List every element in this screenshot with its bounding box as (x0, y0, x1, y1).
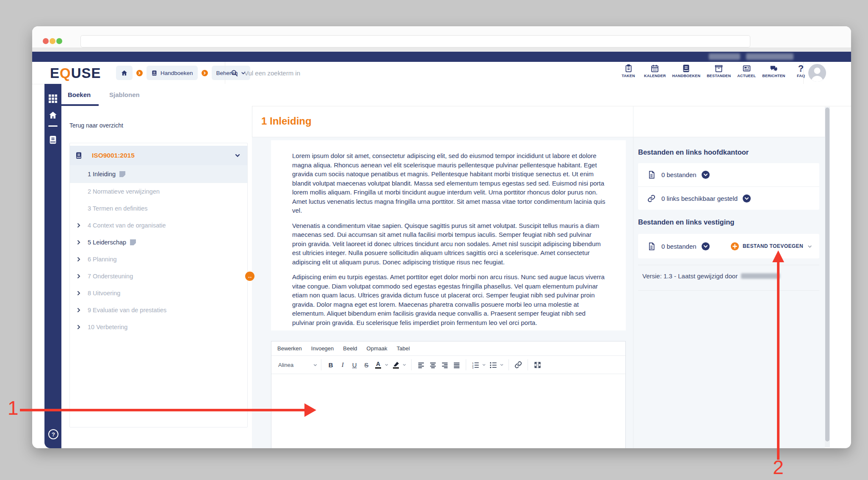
align-center-button[interactable] (427, 359, 438, 371)
nav-kalender[interactable]: KALENDER (644, 64, 666, 78)
nav-taken[interactable]: TAKEN (619, 64, 638, 78)
nav-label: ACTUEEL (737, 74, 756, 78)
newspaper-icon (742, 64, 751, 73)
paragraph-format-select[interactable]: Alinea (276, 362, 318, 368)
text-color-button[interactable]: A (373, 359, 384, 371)
menu-invoegen[interactable]: Invoegen (311, 345, 334, 352)
breadcrumb-chevron-icon (202, 70, 208, 76)
tree-item-label: 7 Ondersteuning (88, 273, 133, 280)
chevron-right-icon[interactable] (70, 291, 88, 296)
breadcrumb-home[interactable] (116, 66, 133, 80)
hq-files-row[interactable]: 0 bestanden (638, 163, 819, 186)
nav-label: HANDBOEKEN (672, 74, 701, 78)
browser-url-bar[interactable] (80, 35, 750, 47)
browser-chrome (32, 26, 851, 47)
add-file-button[interactable]: BESTAND TOEVOEGEN (731, 234, 813, 258)
tree-item-10[interactable]: 10 Verbetering (70, 319, 247, 336)
apps-grid-icon[interactable] (48, 94, 58, 103)
chevron-down-icon[interactable] (500, 363, 504, 367)
tree-item-5[interactable]: 5 Leiderschap (70, 234, 247, 251)
logo-letter-q: Q (60, 65, 71, 81)
app-logo[interactable]: EQUSE (50, 65, 101, 81)
italic-button[interactable]: I (337, 359, 348, 371)
panel-resize-handle[interactable]: ↔ (245, 272, 254, 281)
help-icon[interactable]: ? (48, 429, 58, 439)
note-icon (119, 171, 125, 177)
nav-actueel[interactable]: ACTUEEL (737, 64, 756, 78)
tree-item-9[interactable]: 9 Evaluatie van de prestaties (70, 302, 247, 319)
editor-menubar: Bewerken Invoegen Beeld Opmaak Tabel (271, 341, 625, 356)
tree-item-1-inleiding[interactable]: 1 Inleiding (70, 165, 247, 183)
home-icon[interactable] (48, 111, 58, 120)
links-count-label: 0 links beschikbaar gesteld (661, 195, 738, 202)
tree-book-row[interactable]: ISO9001:2015 (70, 146, 247, 165)
chevron-down-icon[interactable] (384, 363, 389, 367)
menu-beeld[interactable]: Beeld (343, 345, 357, 352)
tree-item-2[interactable]: 2 Normatieve verwijzingen (70, 183, 247, 200)
nav-handboeken[interactable]: HANDBOEKEN (672, 64, 701, 78)
tree-item-label: 5 Leiderschap (88, 239, 126, 246)
bold-button[interactable]: B (325, 359, 336, 371)
tree-item-3[interactable]: 3 Termen en definities (70, 200, 247, 217)
window-close-button[interactable] (43, 38, 49, 44)
tree-item-7[interactable]: 7 Ondersteuning (70, 268, 247, 285)
handbook-icon[interactable] (48, 135, 58, 144)
menu-tabel[interactable]: Tabel (397, 345, 410, 352)
scrollbar-thumb[interactable] (825, 108, 829, 441)
insert-link-button[interactable] (513, 359, 524, 371)
chevron-right-icon[interactable] (70, 325, 88, 330)
panel-divider-line (638, 290, 819, 291)
numbered-list-button[interactable]: 123 (470, 359, 481, 371)
window-minimize-button[interactable] (50, 38, 55, 44)
tree-item-8[interactable]: 8 Uitvoering (70, 285, 247, 302)
strikethrough-button[interactable]: S (361, 359, 372, 371)
bullet-list-button[interactable] (488, 359, 499, 371)
menu-bewerken[interactable]: Bewerken (277, 345, 302, 352)
back-to-overview-link[interactable]: Terug naar overzicht (69, 122, 123, 129)
search-input[interactable] (243, 69, 423, 77)
annotation-arrow-2-head (772, 250, 784, 262)
chevron-right-icon[interactable] (70, 240, 88, 245)
chevron-right-icon[interactable] (70, 308, 88, 313)
user-avatar[interactable] (808, 64, 826, 82)
annotation-label-2: 2 (770, 456, 787, 479)
chevron-right-icon[interactable] (70, 274, 88, 279)
files-count-label: 0 bestanden (661, 171, 697, 178)
toolbar-separator (509, 359, 509, 370)
tab-boeken[interactable]: Boeken (68, 91, 91, 98)
tab-bar: Boeken Sjablonen (61, 84, 851, 106)
chevron-down-icon (807, 244, 813, 249)
toolbar-separator (466, 359, 466, 370)
nav-faq[interactable]: ? FAQ (792, 64, 810, 78)
breadcrumb-handboeken[interactable]: Handboeken (147, 66, 198, 80)
menu-opmaak[interactable]: Opmaak (367, 345, 387, 352)
chevron-down-icon[interactable] (482, 363, 486, 367)
underline-button[interactable]: U (349, 359, 360, 371)
logo-letter: E (50, 65, 60, 81)
vertical-scrollbar[interactable] (825, 107, 830, 447)
align-left-button[interactable] (415, 359, 426, 371)
fullscreen-button[interactable] (532, 359, 543, 371)
align-justify-button[interactable] (451, 359, 462, 371)
nav-bestanden[interactable]: BESTANDEN (707, 64, 731, 78)
accordion-chevron-icon[interactable] (743, 194, 751, 203)
window-zoom-button[interactable] (56, 38, 62, 44)
accordion-chevron-icon[interactable] (702, 171, 710, 179)
align-right-button[interactable] (439, 359, 450, 371)
chat-bubbles-icon (769, 64, 778, 73)
files-count-label: 0 bestanden (661, 243, 697, 250)
user-name-blurred (709, 53, 740, 60)
chevron-down-icon[interactable] (402, 363, 406, 367)
hq-links-row[interactable]: 0 links beschikbaar gesteld (638, 187, 819, 210)
accordion-chevron-icon[interactable] (702, 242, 710, 250)
tab-sjablonen[interactable]: Sjablonen (109, 91, 140, 98)
desktop-background: EQUSE Handboeken Beheren (0, 0, 868, 480)
editor-content-area[interactable] (271, 374, 625, 448)
chevron-right-icon[interactable] (70, 223, 88, 228)
chevron-right-icon[interactable] (70, 257, 88, 262)
highlight-color-button[interactable] (390, 359, 401, 371)
tree-item-4[interactable]: 4 Context van de organisatie (70, 217, 247, 234)
tree-item-6[interactable]: 6 Planning (70, 251, 247, 268)
nav-berichten[interactable]: BERICHTEN (762, 64, 785, 78)
chevron-down-icon[interactable] (235, 153, 240, 158)
